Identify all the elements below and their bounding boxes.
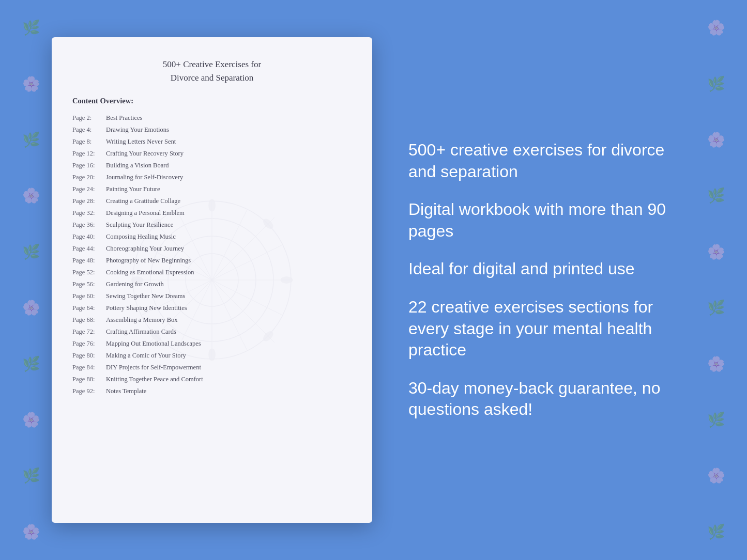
toc-page-number: Page 4: <box>72 125 106 135</box>
toc-page-number: Page 24: <box>72 184 106 194</box>
toc-entry-title: Crafting Your Recovery Story <box>106 150 184 157</box>
toc-entry-title: Knitting Together Peace and Comfort <box>106 376 203 383</box>
toc-page-number: Page 92: <box>72 386 106 396</box>
toc-item: Page 68:Assembling a Memory Box <box>72 315 352 325</box>
toc-item: Page 72:Crafting Affirmation Cards <box>72 326 352 337</box>
feature-text-3: Ideal for digital and printed use <box>408 258 695 280</box>
toc-page-number: Page 52: <box>72 267 106 277</box>
toc-item: Page 80:Making a Comic of Your Story <box>72 350 352 361</box>
toc-page-number: Page 32: <box>72 208 106 218</box>
main-content: 500+ Creative Exercises for Divorce and … <box>0 0 747 560</box>
toc-entry-title: Sewing Together New Dreams <box>106 292 185 300</box>
toc-entry-title: Assembling a Memory Box <box>106 316 178 323</box>
toc-page-number: Page 60: <box>72 291 106 301</box>
toc-item: Page 4:Drawing Your Emotions <box>72 125 352 135</box>
feature-text-4: 22 creative exercises sections for every… <box>408 297 695 361</box>
toc-entry-title: DIY Projects for Self-Empowerment <box>106 364 201 371</box>
toc-entry-title: Notes Template <box>106 387 146 395</box>
table-of-contents: Page 2:Best PracticesPage 4:Drawing Your… <box>72 113 352 396</box>
toc-entry-title: Drawing Your Emotions <box>106 126 169 133</box>
toc-item: Page 36:Sculpting Your Resilience <box>72 220 352 230</box>
feature-text-1: 500+ creative exercises for divorce and … <box>408 139 695 182</box>
toc-entry-title: Choreographing Your Journey <box>106 245 184 252</box>
toc-page-number: Page 56: <box>72 279 106 289</box>
toc-entry-title: Cooking as Emotional Expression <box>106 269 194 276</box>
toc-entry-title: Crafting Affirmation Cards <box>106 328 176 335</box>
toc-page-number: Page 20: <box>72 172 106 182</box>
document-title: 500+ Creative Exercises for Divorce and … <box>72 58 352 84</box>
toc-item: Page 12:Crafting Your Recovery Story <box>72 148 352 159</box>
toc-page-number: Page 8: <box>72 136 106 147</box>
toc-item: Page 52:Cooking as Emotional Expression <box>72 267 352 277</box>
toc-page-number: Page 72: <box>72 326 106 337</box>
toc-entry-title: Creating a Gratitude Collage <box>106 197 180 205</box>
content-overview-label: Content Overview: <box>72 97 352 105</box>
toc-entry-title: Sculpting Your Resilience <box>106 221 173 228</box>
toc-page-number: Page 48: <box>72 255 106 266</box>
toc-page-number: Page 68: <box>72 315 106 325</box>
features-panel: 500+ creative exercises for divorce and … <box>403 139 695 421</box>
toc-entry-title: Journaling for Self-Discovery <box>106 174 183 181</box>
toc-page-number: Page 80: <box>72 350 106 361</box>
toc-entry-title: Painting Your Future <box>106 185 160 193</box>
toc-page-number: Page 76: <box>72 338 106 349</box>
document-page: 500+ Creative Exercises for Divorce and … <box>52 37 372 523</box>
toc-item: Page 32:Designing a Personal Emblem <box>72 208 352 218</box>
toc-entry-title: Making a Comic of Your Story <box>106 352 186 359</box>
toc-page-number: Page 2: <box>72 113 106 123</box>
toc-entry-title: Gardening for Growth <box>106 281 164 288</box>
toc-entry-title: Designing a Personal Emblem <box>106 209 185 216</box>
toc-page-number: Page 36: <box>72 220 106 230</box>
toc-entry-title: Photography of New Beginnings <box>106 257 191 264</box>
toc-item: Page 84:DIY Projects for Self-Empowermen… <box>72 362 352 372</box>
feature-text-5: 30-day money-back guarantee, no question… <box>408 378 695 421</box>
toc-page-number: Page 16: <box>72 160 106 170</box>
toc-page-number: Page 12: <box>72 148 106 159</box>
toc-item: Page 16:Building a Vision Board <box>72 160 352 170</box>
toc-item: Page 92:Notes Template <box>72 386 352 396</box>
toc-item: Page 2:Best Practices <box>72 113 352 123</box>
toc-page-number: Page 88: <box>72 374 106 384</box>
toc-page-number: Page 64: <box>72 303 106 313</box>
toc-item: Page 44:Choreographing Your Journey <box>72 243 352 254</box>
toc-page-number: Page 40: <box>72 231 106 242</box>
toc-item: Page 28:Creating a Gratitude Collage <box>72 196 352 206</box>
toc-entry-title: Building a Vision Board <box>106 162 169 169</box>
toc-item: Page 24:Painting Your Future <box>72 184 352 194</box>
toc-page-number: Page 44: <box>72 243 106 254</box>
toc-entry-title: Pottery Shaping New Identities <box>106 304 187 312</box>
toc-entry-title: Best Practices <box>106 114 142 121</box>
toc-item: Page 76:Mapping Out Emotional Landscapes <box>72 338 352 349</box>
toc-entry-title: Writing Letters Never Sent <box>106 138 176 145</box>
toc-item: Page 88:Knitting Together Peace and Comf… <box>72 374 352 384</box>
toc-item: Page 64:Pottery Shaping New Identities <box>72 303 352 313</box>
toc-item: Page 20:Journaling for Self-Discovery <box>72 172 352 182</box>
toc-item: Page 40:Composing Healing Music <box>72 231 352 242</box>
feature-text-2: Digital workbook with more than 90 pages <box>408 199 695 242</box>
toc-item: Page 48:Photography of New Beginnings <box>72 255 352 266</box>
toc-item: Page 56:Gardening for Growth <box>72 279 352 289</box>
toc-page-number: Page 28: <box>72 196 106 206</box>
toc-item: Page 8:Writing Letters Never Sent <box>72 136 352 147</box>
toc-page-number: Page 84: <box>72 362 106 372</box>
toc-item: Page 60:Sewing Together New Dreams <box>72 291 352 301</box>
toc-entry-title: Mapping Out Emotional Landscapes <box>106 340 201 347</box>
toc-entry-title: Composing Healing Music <box>106 233 176 240</box>
